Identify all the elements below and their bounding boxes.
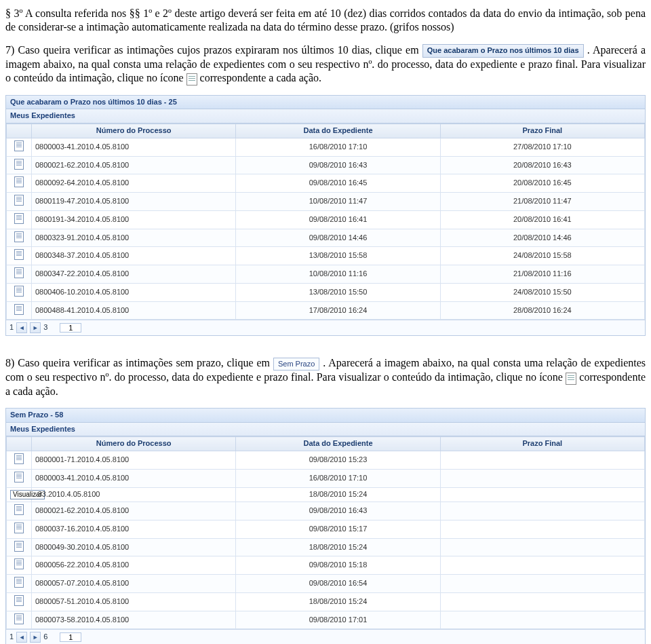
pager-b-current: 1 bbox=[9, 632, 14, 642]
visualizar-cell[interactable] bbox=[7, 575, 32, 593]
visualizar-cell[interactable] bbox=[7, 538, 32, 556]
panel-b-title: Sem Prazo - 58 bbox=[6, 409, 645, 423]
visualizar-cell[interactable] bbox=[7, 247, 32, 265]
para7-text-c: correspondente a cada ação. bbox=[200, 72, 321, 83]
visualizar-cell[interactable] bbox=[7, 301, 32, 320]
cell-data: 16/08/2010 17:10 bbox=[236, 469, 440, 487]
cell-processo: -33.2010.4.05.8100 bbox=[32, 487, 236, 502]
cell-prazo: 21/08/2010 11:16 bbox=[440, 265, 644, 284]
table-row: 0800406-10.2010.4.05.810013/08/2010 15:5… bbox=[7, 283, 645, 301]
cell-data: 09/08/2010 14:46 bbox=[236, 229, 440, 247]
document-icon bbox=[14, 558, 24, 569]
cell-prazo: 21/08/2010 11:47 bbox=[440, 193, 644, 211]
cell-processo: 0800406-10.2010.4.05.8100 bbox=[32, 283, 236, 301]
document-icon bbox=[14, 159, 24, 170]
cell-data: 18/08/2010 15:24 bbox=[236, 538, 440, 556]
document-icon bbox=[14, 195, 24, 206]
cell-prazo bbox=[440, 502, 644, 520]
cell-processo: 0800003-41.2010.4.05.8100 bbox=[32, 469, 236, 487]
table-row: 0800348-37.2010.4.05.810013/08/2010 15:5… bbox=[7, 247, 645, 265]
table-row: 0800049-30.2010.4.05.810018/08/2010 15:2… bbox=[7, 538, 645, 556]
column-header bbox=[7, 124, 32, 138]
cell-processo: 0800347-22.2010.4.05.8100 bbox=[32, 265, 236, 284]
visualizar-cell[interactable] bbox=[7, 283, 32, 301]
visualizar-cell[interactable] bbox=[7, 451, 32, 470]
document-icon bbox=[14, 595, 24, 606]
document-icon bbox=[14, 213, 24, 224]
visualizar-cell[interactable] bbox=[7, 556, 32, 575]
cell-prazo bbox=[440, 592, 644, 611]
visualizar-cell[interactable]: Visualizar bbox=[7, 487, 32, 502]
cell-data: 16/08/2010 17:10 bbox=[236, 138, 440, 156]
cell-processo: 0800001-71.2010.4.05.8100 bbox=[32, 451, 236, 470]
visualizar-cell[interactable] bbox=[7, 469, 32, 487]
visualizar-cell[interactable] bbox=[7, 210, 32, 229]
visualizar-cell[interactable] bbox=[7, 520, 32, 538]
document-icon bbox=[14, 249, 24, 260]
document-icon bbox=[14, 613, 24, 624]
visualizar-cell[interactable] bbox=[7, 229, 32, 247]
paragraph-7: 7) Caso queira verificar as intimações c… bbox=[5, 43, 646, 86]
cell-processo: 0800049-30.2010.4.05.8100 bbox=[32, 538, 236, 556]
visualizar-cell[interactable] bbox=[7, 502, 32, 520]
visualizar-cell[interactable] bbox=[7, 156, 32, 174]
pager-a-input[interactable] bbox=[60, 323, 81, 333]
cell-prazo: 20/08/2010 16:45 bbox=[440, 174, 644, 193]
pager-b-next[interactable]: ► bbox=[30, 632, 41, 643]
cell-prazo: 27/08/2010 17:10 bbox=[440, 138, 644, 156]
cell-data: 09/08/2010 16:43 bbox=[236, 502, 440, 520]
cell-data: 09/08/2010 17:01 bbox=[236, 611, 440, 629]
cell-processo: 0800021-62.2010.4.05.8100 bbox=[32, 156, 236, 174]
column-header bbox=[7, 437, 32, 451]
cell-prazo: 28/08/2010 16:24 bbox=[440, 301, 644, 320]
visualizar-cell[interactable] bbox=[7, 265, 32, 284]
visualizar-cell[interactable] bbox=[7, 193, 32, 211]
pager-b-input[interactable] bbox=[60, 632, 81, 642]
cell-processo: 0800119-47.2010.4.05.8100 bbox=[32, 193, 236, 211]
column-header: Prazo Final bbox=[440, 437, 644, 451]
cell-prazo bbox=[440, 520, 644, 538]
document-icon bbox=[14, 577, 24, 588]
panel-a-title: Que acabaram o Prazo nos últimos 10 dias… bbox=[6, 96, 645, 110]
paragraph-legal: § 3º A consulta referida nos §§ 1º e 2º … bbox=[5, 7, 646, 34]
cell-prazo bbox=[440, 556, 644, 575]
pager-a-total: 3 bbox=[43, 323, 47, 333]
para8-text-a: 8) Caso queira verificar as intimações s… bbox=[5, 357, 273, 368]
cell-processo: 0800191-34.2010.4.05.8100 bbox=[32, 210, 236, 229]
visualizar-cell[interactable] bbox=[7, 174, 32, 193]
visualizar-cell[interactable] bbox=[7, 592, 32, 611]
table-row: 0800057-07.2010.4.05.810009/08/2010 16:5… bbox=[7, 575, 645, 593]
document-icon bbox=[14, 231, 24, 242]
column-header: Número do Processo bbox=[32, 124, 236, 138]
paragraph-8: 8) Caso queira verificar as intimações s… bbox=[5, 356, 646, 398]
visualizar-cell[interactable] bbox=[7, 611, 32, 629]
pager-a: 1 ◄ ► 3 bbox=[6, 320, 645, 335]
cell-data: 09/08/2010 16:45 bbox=[236, 174, 440, 193]
pager-a-prev[interactable]: ◄ bbox=[16, 322, 27, 333]
cell-prazo bbox=[440, 469, 644, 487]
cell-data: 09/08/2010 15:23 bbox=[236, 451, 440, 470]
table-row: 0800092-64.2010.4.05.810009/08/2010 16:4… bbox=[7, 174, 645, 193]
table-row: 0800057-51.2010.4.05.810018/08/2010 15:2… bbox=[7, 592, 645, 611]
cell-data: 13/08/2010 15:58 bbox=[236, 247, 440, 265]
cell-prazo: 20/08/2010 14:46 bbox=[440, 229, 644, 247]
pager-a-next[interactable]: ► bbox=[30, 322, 41, 333]
document-icon bbox=[14, 267, 24, 278]
visualizar-cell[interactable] bbox=[7, 138, 32, 156]
panel-expired-10days: Que acabaram o Prazo nos últimos 10 dias… bbox=[5, 95, 646, 337]
cell-processo: 0800057-51.2010.4.05.8100 bbox=[32, 592, 236, 611]
link-prazo-10dias[interactable]: Que acabaram o Prazo nos últimos 10 dias bbox=[422, 44, 584, 58]
document-icon bbox=[14, 523, 24, 533]
cell-prazo: 20/08/2010 16:43 bbox=[440, 156, 644, 174]
column-header: Data do Expediente bbox=[236, 124, 440, 138]
document-icon bbox=[14, 140, 24, 151]
cell-data: 13/08/2010 15:50 bbox=[236, 283, 440, 301]
document-icon bbox=[14, 453, 24, 464]
cell-processo: 0800056-22.2010.4.05.8100 bbox=[32, 556, 236, 575]
para7-text-a: 7) Caso queira verificar as intimações c… bbox=[5, 44, 422, 56]
pager-b-prev[interactable]: ◄ bbox=[16, 632, 27, 643]
column-header: Número do Processo bbox=[32, 437, 236, 451]
table-row: 0800021-62.2010.4.05.810009/08/2010 16:4… bbox=[7, 156, 645, 174]
link-sem-prazo[interactable]: Sem Prazo bbox=[273, 358, 319, 371]
table-row: 0800001-71.2010.4.05.810009/08/2010 15:2… bbox=[7, 451, 645, 470]
